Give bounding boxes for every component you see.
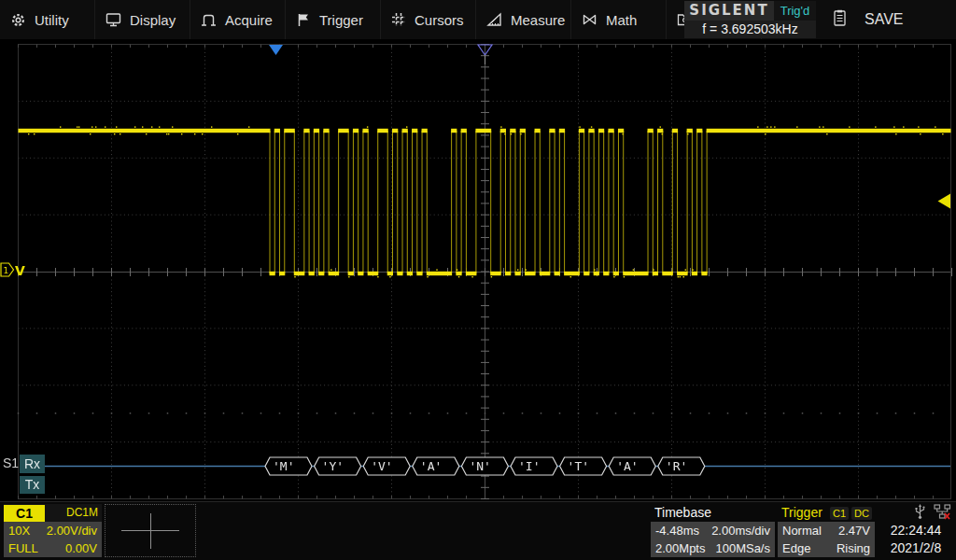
timebase-scale: 2.00ms/div [711, 522, 770, 539]
menu-bar: Utility Display Acquire Trigger Cursors [0, 0, 956, 39]
menu-item-label: Math [606, 12, 637, 28]
monitor-icon [105, 12, 121, 27]
flag-icon [296, 12, 311, 28]
acquire-icon [201, 12, 217, 27]
trigger-type: Edge [782, 539, 810, 557]
channel1-offset: 0.00V [65, 539, 97, 557]
clock-box: 22:24:44 2021/2/8 [876, 504, 956, 557]
timebase-delay: -4.48ms [655, 522, 699, 539]
clock-time: 22:24:44 [876, 522, 956, 539]
frequency-counter: f = 3.692503kHz [684, 21, 816, 38]
bowtie-icon [582, 12, 598, 27]
channel1-info-box[interactable]: C1 DC1M 10X 2.00V/div FULL 0.00V [4, 504, 102, 557]
menu-item-measure[interactable]: Measure [476, 0, 571, 39]
menu-item-acquire[interactable]: Acquire [190, 0, 286, 39]
clipboard-icon [834, 9, 846, 30]
menu-item-label: Measure [511, 12, 565, 28]
trigger-source-badge: C1 [830, 507, 849, 520]
save-label: SAVE [865, 11, 904, 28]
menu-item-display[interactable]: Display [95, 0, 190, 39]
timebase-points: 2.00Mpts [655, 539, 705, 557]
menu-item-label: Display [130, 12, 176, 28]
status-bar: C1 DC1M 10X 2.00V/div FULL 0.00V Timebas… [0, 501, 956, 560]
trigger-level: 2.47V [838, 522, 870, 539]
serial-bus-label: S1 [3, 455, 19, 470]
trigger-slope: Rising [836, 539, 870, 557]
trigger-status-badge: Trig'd [774, 1, 816, 21]
channel1-badge[interactable]: C1 [4, 505, 45, 522]
gear-icon [10, 12, 26, 28]
set-square-icon [486, 12, 502, 27]
menu-item-cursors[interactable]: Cursors [381, 0, 476, 39]
menu-item-label: Acquire [225, 12, 273, 28]
menu-item-label: Utility [35, 12, 69, 28]
trigger-title: Trigger [781, 504, 822, 522]
channel1-probe: 10X [8, 522, 30, 539]
waveform-canvas[interactable] [0, 39, 956, 501]
save-button[interactable]: SAVE [820, 0, 904, 39]
timebase-samplerate: 100MSa/s [715, 539, 770, 557]
channel1-bandwidth: FULL [8, 539, 38, 557]
lan-disconnected-icon [934, 504, 951, 523]
channel1-coupling: DC1M [45, 504, 102, 522]
trigger-info-box[interactable]: Trigger C1 DC Normal 2.47V Edge Rising [778, 504, 875, 557]
menu-item-math[interactable]: Math [571, 0, 667, 39]
brand-status-panel: SIGLENT Trig'd f = 3.692503kHz [684, 1, 816, 38]
menu-item-label: Trigger [319, 12, 363, 28]
add-channel-box[interactable] [105, 504, 196, 557]
menu-item-trigger[interactable]: Trigger [286, 0, 381, 39]
channel1-scale: 2.00V/div [47, 522, 97, 539]
menu-item-label: Cursors [415, 12, 464, 28]
timebase-info-box[interactable]: Timebase -4.48ms 2.00ms/div 2.00Mpts 100… [651, 504, 775, 557]
timebase-title: Timebase [651, 504, 775, 522]
usb-icon [913, 503, 927, 523]
siglent-logo: SIGLENT [684, 1, 774, 21]
trigger-mode: Normal [782, 522, 822, 539]
menu-item-utility[interactable]: Utility [0, 0, 95, 39]
cursors-grid-icon [391, 12, 406, 27]
tx-badge[interactable]: Tx [20, 476, 45, 494]
trigger-coupling-badge: DC [851, 507, 872, 520]
crosshair-icon [150, 513, 151, 549]
clock-date: 2021/2/8 [876, 539, 956, 557]
rx-badge[interactable]: Rx [20, 455, 45, 473]
oscilloscope-screen: Utility Display Acquire Trigger Cursors [0, 0, 956, 560]
scope-display-area: S1 Rx Tx [0, 39, 956, 501]
